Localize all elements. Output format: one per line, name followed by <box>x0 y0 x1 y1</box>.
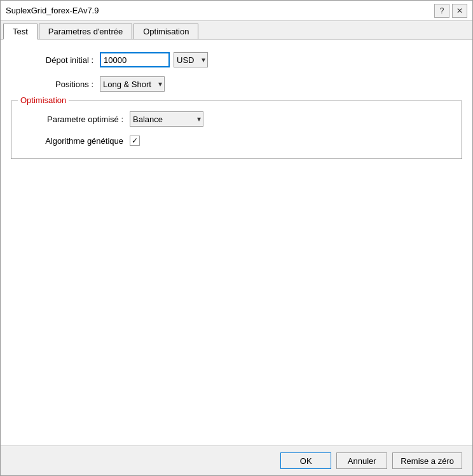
title-bar-right: ? ✕ <box>434 4 467 18</box>
ok-button[interactable]: OK <box>280 452 331 469</box>
parametre-select[interactable]: Balance Profit Factor Max Drawdown <box>130 111 203 127</box>
depot-input[interactable] <box>100 52 170 67</box>
tab-test[interactable]: Test <box>3 24 38 39</box>
title-bar: SuplexGrid_forex-EAv7.9 ? ✕ <box>1 1 472 21</box>
depot-controls: USD EUR GBP <box>100 52 208 67</box>
positions-wrapper: Long & Short Long only Short only <box>100 76 165 92</box>
remise-button[interactable]: Remise a zéro <box>392 452 462 469</box>
main-window: SuplexGrid_forex-EAv7.9 ? ✕ Test Paramet… <box>0 0 473 476</box>
help-button[interactable]: ? <box>434 4 449 18</box>
depot-label: Dépot initial : <box>11 55 93 65</box>
group-box-title: Optimisation <box>18 95 69 105</box>
positions-controls: Long & Short Long only Short only <box>100 76 165 92</box>
title-bar-left: SuplexGrid_forex-EAv7.9 <box>6 6 99 15</box>
depot-row: Dépot initial : USD EUR GBP <box>11 52 462 67</box>
tab-content: Dépot initial : USD EUR GBP Positions : <box>1 39 472 445</box>
tabs-bar: Test Parametres d'entrée Optimisation <box>1 21 472 39</box>
parametre-wrapper: Balance Profit Factor Max Drawdown <box>130 111 203 127</box>
annuler-button[interactable]: Annuler <box>336 452 387 469</box>
tab-optimisation[interactable]: Optimisation <box>134 24 198 39</box>
parametre-label: Parametre optimisé : <box>22 115 123 124</box>
algorithme-checkbox-wrapper: ✓ <box>130 136 140 146</box>
algorithme-row: Algorithme génétique ✓ <box>22 136 451 146</box>
optimisation-group: Optimisation Parametre optimisé : Balanc… <box>11 101 462 159</box>
positions-row: Positions : Long & Short Long only Short… <box>11 76 462 92</box>
tab-params[interactable]: Parametres d'entrée <box>39 24 132 39</box>
positions-label: Positions : <box>11 80 93 89</box>
currency-select[interactable]: USD EUR GBP <box>174 52 208 67</box>
close-button[interactable]: ✕ <box>452 4 467 18</box>
currency-wrapper: USD EUR GBP <box>174 52 208 67</box>
algorithme-label: Algorithme génétique <box>22 136 123 146</box>
footer: OK Annuler Remise a zéro <box>1 445 472 475</box>
algorithme-checkbox[interactable]: ✓ <box>130 136 140 146</box>
positions-select[interactable]: Long & Short Long only Short only <box>100 76 165 92</box>
window-title: SuplexGrid_forex-EAv7.9 <box>6 6 99 15</box>
parametre-row: Parametre optimisé : Balance Profit Fact… <box>22 111 451 127</box>
